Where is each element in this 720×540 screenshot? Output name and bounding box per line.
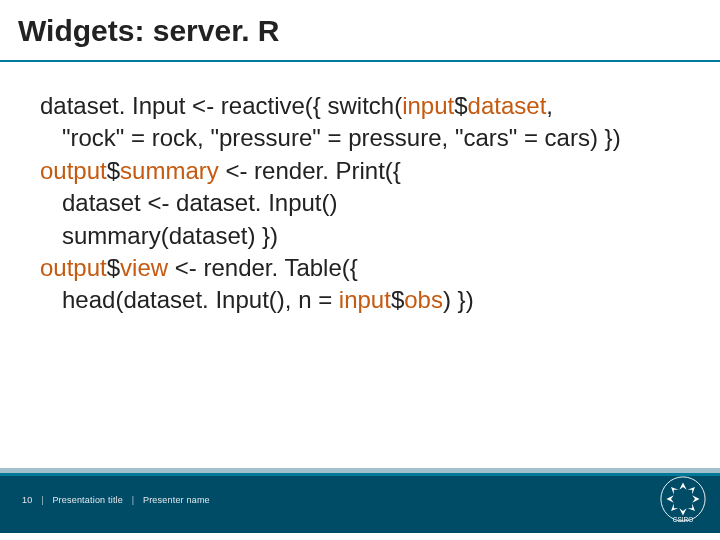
code-hl-summary: summary	[120, 157, 219, 184]
slide-content: dataset. Input <- reactive({ switch(inpu…	[40, 90, 680, 317]
code-hl-view: view	[120, 254, 168, 281]
code-hl-obs: obs	[404, 286, 443, 313]
code-hl-input: input	[402, 92, 454, 119]
code-hl-output: output	[40, 157, 107, 184]
code-text: $	[391, 286, 404, 313]
title-underline	[0, 60, 720, 62]
code-hl-output: output	[40, 254, 107, 281]
slide-title: Widgets: server. R	[18, 14, 280, 48]
code-line-5: summary(dataset) })	[40, 220, 680, 252]
code-hl-input: input	[339, 286, 391, 313]
footer-separator: |	[35, 495, 50, 505]
page-number: 10	[22, 495, 32, 505]
code-line-1: dataset. Input <- reactive({ switch(inpu…	[40, 90, 680, 122]
code-text: <- render. Table({	[168, 254, 358, 281]
csiro-logo-icon: CSIRO	[660, 476, 706, 522]
code-text: ,	[546, 92, 553, 119]
code-text: <- render. Print({	[219, 157, 401, 184]
footer-separator: |	[126, 495, 141, 505]
code-text: dataset. Input <- reactive({ switch(	[40, 92, 402, 119]
code-line-4: dataset <- dataset. Input()	[40, 187, 680, 219]
code-line-7: head(dataset. Input(), n = input$obs) })	[40, 284, 680, 316]
presenter-name: Presenter name	[143, 495, 210, 505]
code-text: $	[454, 92, 467, 119]
footer-text: 10 | Presentation title | Presenter name	[22, 495, 210, 505]
code-text: $	[107, 254, 120, 281]
code-text: ) })	[443, 286, 474, 313]
code-text: head(dataset. Input(), n =	[62, 286, 339, 313]
code-hl-dataset: dataset	[468, 92, 547, 119]
code-line-6: output$view <- render. Table({	[40, 252, 680, 284]
code-text: $	[107, 157, 120, 184]
code-line-2: "rock" = rock, "pressure" = pressure, "c…	[40, 122, 680, 154]
svg-text:CSIRO: CSIRO	[673, 516, 693, 522]
code-line-3: output$summary <- render. Print({	[40, 155, 680, 187]
presentation-title: Presentation title	[52, 495, 123, 505]
